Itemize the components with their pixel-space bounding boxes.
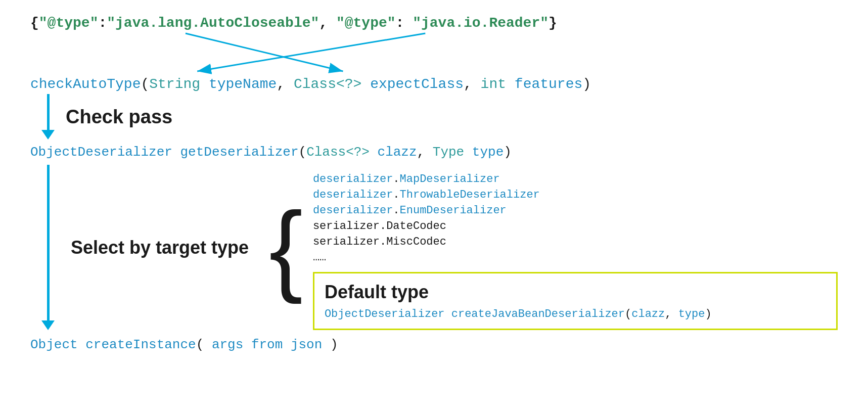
json-val2: "java.io.Reader" [413,15,549,31]
item-3-prefix: deserializer [313,204,393,217]
param-clazz: clazz [378,145,417,160]
arrow-tip-1 [41,130,55,140]
item-5-prefix: serializer [313,236,380,248]
check-pass-section: Check pass [30,94,838,140]
check-pass-label-container: Check pass [66,94,172,140]
left-brace: { [269,165,303,330]
select-label-container: Select by target type [66,165,269,330]
dt-clazz: clazz [631,308,665,320]
default-type-title: Default type [325,282,826,303]
arrow-tip-2 [41,320,55,330]
default-type-code: ObjectDeserializer createJavaBeanDeseria… [325,308,826,320]
arrow-shaft-2 [47,165,50,320]
arrow-shaft-1 [47,94,50,130]
brace-open: { [30,15,39,31]
json-val1: "java.lang.AutoCloseable" [107,15,319,31]
item-4-name: DateCodec [386,220,446,233]
cross-arrows-svg [30,31,838,76]
dt-type: type [678,308,705,320]
svg-line-2 [197,33,425,71]
get-deserializer-line: ObjectDeserializer getDeserializer(Class… [30,145,838,160]
json-key2: "@type" [336,15,396,31]
dots-line: …… [313,251,838,264]
item-2-prefix: deserializer [313,189,393,201]
select-section: Select by target type { deserializer.Map… [30,165,838,330]
svg-line-1 [186,33,343,71]
method-name: checkAutoType [30,76,141,92]
check-pass-label: Check pass [66,106,172,128]
check-auto-type-line: checkAutoType(String typeName, Class<?> … [30,76,838,92]
select-label: Select by target type [71,237,249,258]
create-instance-line: Object createInstance( args from json ) [30,337,838,352]
param-string: String [149,76,200,92]
down-arrow-1 [30,94,66,140]
main-container: {"@type":"java.lang.AutoCloseable", "@ty… [0,0,868,415]
default-type-box: Default type ObjectDeserializer createJa… [313,272,838,330]
item-1-name: MapDeserializer [400,173,500,186]
param-class: Class<?> [294,76,361,92]
item-3-name: EnumDeserializer [400,204,507,217]
list-item: serializer.MiscCodec [313,236,838,248]
param-typename: typeName [209,76,277,92]
list-item: deserializer.MapDeserializer [313,173,838,186]
item-1-prefix: deserializer [313,173,393,186]
return-type: ObjectDeserializer [30,145,172,160]
method-get: getDeserializer [180,145,298,160]
item-2-name: ThrowableDeserializer [400,189,540,201]
list-item: deserializer.ThrowableDeserializer [313,189,838,201]
ci-method: createInstance [85,337,196,352]
items-list: deserializer.MapDeserializer deserialize… [313,165,838,330]
cross-arrows-area [30,31,838,76]
top-json-line: {"@type":"java.lang.AutoCloseable", "@ty… [30,10,838,31]
down-arrow-2 [30,165,66,330]
param-int: int [481,76,506,92]
param-expectclass: expectClass [370,76,464,92]
ci-return: Object [30,337,78,352]
json-key1: "@type" [39,15,99,31]
list-item: serializer.DateCodec [313,220,838,233]
param-type: Type [433,145,464,160]
param-class2: Class<?> [306,145,370,160]
list-item: deserializer.EnumDeserializer [313,204,838,217]
item-5-name: MiscCodec [386,236,446,248]
dt-method: createJavaBeanDeserializer [451,308,625,320]
param-type-val: type [472,145,504,160]
param-features: features [515,76,582,92]
item-4-prefix: serializer [313,220,380,233]
dt-return: ObjectDeserializer [325,308,445,320]
ci-param: args from json [212,337,322,352]
